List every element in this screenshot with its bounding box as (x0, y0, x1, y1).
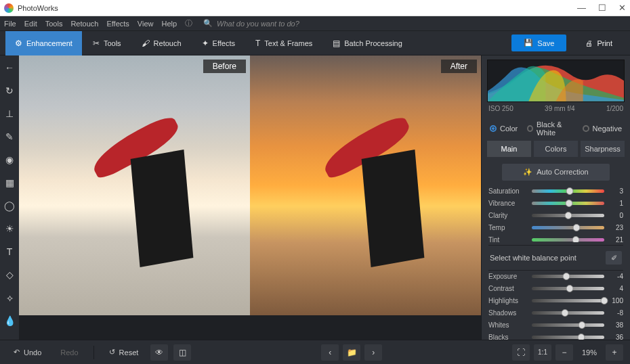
menu-help[interactable]: Help (161, 20, 177, 28)
tab-batch[interactable]: ▤Batch Processing (323, 31, 412, 55)
canvas-area: Before After (19, 55, 481, 340)
folder-button[interactable]: 📁 (343, 344, 360, 361)
slider-value: -8 (608, 309, 623, 317)
print-button[interactable]: 🖨Print (573, 35, 625, 51)
subtab-colors[interactable]: Colors (534, 141, 578, 157)
slider-track[interactable] (532, 287, 604, 290)
auto-correction-button[interactable]: ✨ Auto Correction (502, 164, 610, 181)
slider-clarity[interactable]: Clarity0 (488, 212, 623, 219)
slider-thumb[interactable] (565, 200, 572, 207)
back-icon[interactable]: ← (3, 61, 16, 74)
slider-thumb[interactable] (566, 285, 573, 292)
zoom-out-button[interactable]: − (555, 344, 573, 361)
slider-label: Whites (488, 321, 528, 329)
iso-label: ISO 250 (488, 105, 513, 112)
main-tabs: ⚙Enhancement ✂Tools 🖌Retouch ✦Effects TT… (0, 31, 630, 55)
slider-shadows[interactable]: Shadows-8 (488, 309, 623, 317)
wand-icon: ✦ (202, 39, 209, 48)
prev-button[interactable]: ‹ (321, 344, 339, 361)
radio-bw[interactable]: Black & White (527, 120, 572, 137)
slider-thumb[interactable] (577, 334, 585, 340)
zoom-in-button[interactable]: + (606, 344, 623, 361)
shape-icon[interactable]: ◇ (3, 268, 16, 281)
slider-track[interactable] (532, 214, 604, 217)
menu-effects[interactable]: Effects (106, 20, 129, 28)
slider-thumb[interactable] (572, 236, 580, 242)
close-button[interactable]: ✕ (618, 3, 626, 13)
slider-thumb[interactable] (566, 187, 573, 195)
stamp-icon[interactable]: ⊥ (3, 107, 16, 120)
menu-edit[interactable]: Edit (24, 20, 37, 28)
bottom-bar: ↶Undo Redo ↺Reset 👁 ◫ ‹ 📁 › ⛶ 1:1 − 19% … (0, 340, 630, 364)
sliders-icon: ⚙ (15, 39, 22, 48)
redo-button[interactable]: Redo (54, 346, 85, 359)
subtab-sharpness[interactable]: Sharpness (581, 141, 625, 157)
slider-thumb[interactable] (562, 309, 569, 317)
tab-tools[interactable]: ✂Tools (83, 31, 131, 55)
reset-button[interactable]: ↺Reset (102, 345, 146, 359)
slider-thumb[interactable] (601, 297, 608, 304)
brightness-icon[interactable]: ☀ (3, 222, 16, 235)
eyedropper-button[interactable]: ✐ (606, 251, 622, 265)
slider-whites[interactable]: Whites38 (488, 321, 623, 329)
search-placeholder: What do you want to do? (217, 20, 299, 28)
undo-button[interactable]: ↶Undo (7, 345, 48, 359)
slider-track[interactable] (532, 323, 604, 327)
slider-track[interactable] (532, 238, 604, 242)
slider-tint[interactable]: Tint21 (488, 236, 623, 242)
compare-icon[interactable]: ◫ (173, 344, 191, 361)
slider-highlights[interactable]: Highlights100 (488, 297, 623, 304)
slider-thumb[interactable] (573, 224, 581, 231)
titlebar: PhotoWorks — ☐ ✕ (0, 0, 630, 16)
slider-thumb[interactable] (563, 273, 570, 280)
slider-track[interactable] (532, 189, 604, 193)
ratio-button[interactable]: 1:1 (534, 344, 551, 361)
slider-vibrance[interactable]: Vibrance1 (488, 200, 623, 207)
image-after[interactable]: After (250, 55, 481, 315)
tab-text-frames[interactable]: TText & Frames (246, 31, 322, 55)
drop-icon[interactable]: 💧 (3, 314, 16, 327)
save-button[interactable]: 💾Save (511, 35, 566, 51)
fit-button[interactable]: ⛶ (512, 344, 530, 361)
menu-file[interactable]: File (4, 20, 16, 28)
tab-retouch[interactable]: 🖌Retouch (132, 31, 191, 55)
text-tool-icon[interactable]: T (3, 245, 16, 258)
histogram[interactable] (487, 60, 625, 102)
radial-icon[interactable]: ◉ (3, 153, 16, 166)
slider-saturation[interactable]: Saturation3 (488, 187, 623, 195)
vignette-icon[interactable]: ◯ (3, 199, 16, 212)
slider-blacks[interactable]: Blacks36 (488, 334, 623, 340)
radio-color[interactable]: Color (490, 124, 518, 133)
next-button[interactable]: › (364, 344, 382, 361)
subtab-main[interactable]: Main (487, 141, 531, 157)
slider-exposure[interactable]: Exposure-4 (488, 273, 623, 280)
pin-icon[interactable]: ⟡ (3, 291, 16, 304)
search-icon: 🔍 (203, 19, 213, 28)
menu-retouch[interactable]: Retouch (70, 20, 98, 28)
image-before[interactable]: Before (19, 55, 250, 315)
slider-track[interactable] (532, 299, 604, 302)
menu-tools[interactable]: Tools (45, 20, 63, 28)
help-icon[interactable]: ⓘ (185, 18, 192, 28)
slider-track[interactable] (532, 311, 604, 315)
adjust-subtabs: Main Colors Sharpness (482, 141, 630, 157)
radio-negative[interactable]: Negative (583, 124, 622, 133)
slider-contrast[interactable]: Contrast4 (488, 285, 623, 292)
slider-thumb[interactable] (578, 321, 585, 329)
maximize-button[interactable]: ☐ (598, 3, 606, 13)
menu-view[interactable]: View (138, 20, 154, 28)
slider-track[interactable] (532, 226, 604, 229)
minimize-button[interactable]: — (577, 3, 586, 13)
gradient-icon[interactable]: ▦ (3, 176, 16, 189)
rotate-icon[interactable]: ↻ (3, 84, 16, 97)
slider-thumb[interactable] (564, 212, 572, 219)
slider-track[interactable] (532, 275, 604, 278)
brush-tool-icon[interactable]: ✎ (3, 130, 16, 143)
tab-effects[interactable]: ✦Effects (192, 31, 245, 55)
slider-temp[interactable]: Temp23 (488, 224, 623, 231)
slider-track[interactable] (532, 202, 604, 205)
tab-enhancement[interactable]: ⚙Enhancement (5, 31, 82, 55)
slider-track[interactable] (532, 336, 604, 339)
eye-icon[interactable]: 👁 (150, 344, 168, 361)
search-box[interactable]: 🔍 What do you want to do? (203, 19, 299, 28)
